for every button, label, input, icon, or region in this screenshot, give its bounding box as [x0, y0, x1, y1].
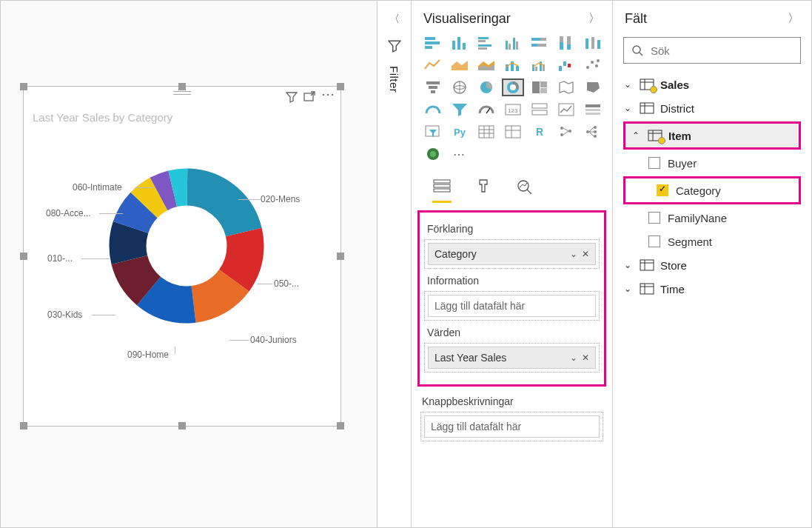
chevron-right-icon[interactable]: 〉	[788, 11, 799, 27]
field-buyer[interactable]: Buyer	[617, 151, 807, 175]
gauge-radial-icon[interactable]	[475, 101, 497, 118]
table-icon[interactable]	[475, 123, 497, 141]
card-icon[interactable]: 123	[502, 101, 524, 118]
ribbon-chart-icon[interactable]	[582, 34, 604, 52]
more-visuals-icon[interactable]: ⋯	[449, 145, 471, 163]
field-checkbox[interactable]	[648, 235, 660, 247]
funnel-chart-icon[interactable]	[422, 78, 444, 96]
svg-rect-13	[425, 41, 440, 44]
resize-handle[interactable]	[337, 422, 344, 430]
stacked-area-icon[interactable]	[475, 56, 497, 74]
stacked-column-icon[interactable]	[449, 34, 471, 52]
donut-chart[interactable]	[109, 168, 264, 324]
gauge-icon[interactable]	[422, 101, 444, 118]
values-well[interactable]: Last Year Sales ⌄ ✕	[424, 343, 600, 372]
table-store[interactable]: ⌄ Store	[617, 253, 807, 277]
svg-point-86	[594, 130, 597, 133]
info-well-label: Information	[427, 275, 597, 287]
svg-rect-71	[479, 126, 494, 138]
table-item[interactable]: ⌃ Item	[625, 124, 799, 147]
hundred-stacked-bar-icon[interactable]	[529, 34, 551, 52]
field-familyname[interactable]: FamilyNane	[617, 206, 807, 230]
hundred-stacked-column-icon[interactable]	[555, 34, 577, 52]
filled-map-icon[interactable]	[555, 78, 577, 96]
svg-point-87	[594, 135, 597, 138]
python-visual-icon[interactable]: Py	[449, 123, 471, 141]
waterfall-icon[interactable]	[555, 56, 577, 74]
svg-rect-25	[516, 41, 518, 50]
decomposition-tree-icon[interactable]	[582, 123, 604, 141]
svg-rect-60	[540, 88, 547, 93]
field-segment[interactable]: Segment	[617, 230, 807, 253]
clustered-bar-icon[interactable]	[475, 34, 497, 52]
arcgis-map-icon[interactable]	[422, 145, 444, 163]
chevron-down-icon[interactable]: ⌄	[570, 249, 577, 259]
matrix-icon[interactable]	[502, 123, 524, 141]
remove-field-icon[interactable]: ✕	[582, 249, 589, 259]
field-category-highlight: Category	[623, 176, 801, 204]
field-checkbox[interactable]	[648, 212, 660, 224]
field-checkbox-checked[interactable]	[657, 184, 668, 196]
line-clustered-column-icon[interactable]	[529, 56, 551, 74]
fields-search-input[interactable]	[649, 44, 793, 58]
svg-rect-18	[478, 37, 489, 39]
remove-field-icon[interactable]: ✕	[582, 352, 589, 363]
chevron-left-icon[interactable]: 〈	[389, 13, 400, 26]
svg-rect-109	[640, 260, 654, 270]
chevron-down-icon: ⌄	[622, 103, 634, 113]
field-wells-highlight: Förklaring Category ⌄ ✕ Information Lägg…	[417, 210, 606, 387]
chevron-down-icon[interactable]: ⌄	[570, 352, 577, 363]
focus-mode-icon[interactable]	[303, 91, 315, 103]
area-chart-icon[interactable]	[449, 56, 471, 74]
leader-line	[175, 347, 175, 354]
line-chart-icon[interactable]	[422, 56, 444, 74]
multirow-card-icon[interactable]	[529, 101, 551, 118]
values-field-chip[interactable]: Last Year Sales ⌄ ✕	[428, 347, 596, 369]
kpi-icon[interactable]	[555, 101, 577, 118]
table-filter-icon[interactable]	[422, 123, 444, 141]
table-district[interactable]: ⌄ District	[617, 96, 807, 120]
chevron-right-icon[interactable]: 〉	[588, 11, 600, 27]
analytics-tab[interactable]	[515, 178, 534, 203]
field-checkbox[interactable]	[648, 157, 660, 169]
svg-rect-44	[559, 66, 562, 71]
filters-pane-collapsed[interactable]: 〈 Filter	[377, 1, 411, 527]
svg-rect-41	[535, 67, 537, 71]
drag-handle-icon[interactable]	[173, 91, 191, 95]
svg-rect-76	[506, 126, 520, 138]
table-time[interactable]: ⌄ Time	[617, 277, 807, 301]
table-sales[interactable]: ⌄ Sales	[617, 73, 807, 96]
resize-handle[interactable]	[20, 422, 27, 430]
treemap-icon[interactable]	[529, 78, 551, 96]
funnel-icon[interactable]	[449, 101, 471, 118]
fields-search[interactable]	[623, 37, 801, 64]
resize-handle[interactable]	[178, 422, 186, 430]
donut-chart-icon[interactable]	[502, 78, 524, 96]
r-visual-icon[interactable]: R	[529, 123, 551, 141]
filter-icon[interactable]	[286, 91, 298, 103]
shape-map-icon[interactable]	[582, 78, 604, 96]
legend-well[interactable]: Category ⌄ ✕	[424, 239, 600, 269]
key-influencers-icon[interactable]	[555, 123, 577, 141]
svg-line-90	[589, 132, 594, 136]
info-well[interactable]: Lägg till datafält här	[424, 291, 600, 321]
fields-tab[interactable]	[432, 178, 452, 203]
donut-chart-visual[interactable]: ⋯ Last Year Sales by Category	[23, 86, 341, 427]
legend-field-chip[interactable]: Category ⌄ ✕	[428, 243, 596, 265]
more-options-icon[interactable]: ⋯	[321, 86, 336, 102]
stacked-bar-icon[interactable]	[422, 34, 444, 52]
format-tab[interactable]	[474, 178, 493, 203]
svg-point-85	[594, 126, 597, 129]
field-category[interactable]: Category	[625, 178, 799, 202]
line-stacked-column-icon[interactable]	[502, 56, 524, 74]
map-icon[interactable]	[449, 78, 471, 96]
clustered-column-icon[interactable]	[502, 34, 524, 52]
slice-label: 010-...	[47, 253, 73, 264]
slicer-icon[interactable]	[582, 101, 604, 118]
scatter-icon[interactable]	[582, 56, 604, 74]
tooltips-well[interactable]: Lägg till datafält här	[420, 412, 603, 441]
svg-rect-22	[506, 41, 508, 50]
leader-line	[238, 199, 261, 200]
report-canvas[interactable]: ⋯ Last Year Sales by Category	[1, 1, 377, 527]
pie-chart-icon[interactable]	[475, 78, 497, 96]
